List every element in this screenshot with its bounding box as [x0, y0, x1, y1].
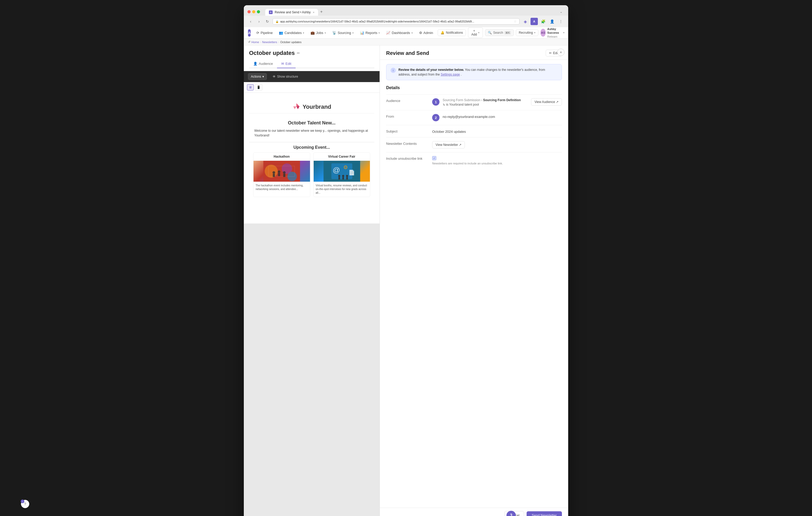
- svg-rect-13: [283, 174, 285, 177]
- nav-pipeline[interactable]: ⟳ Pipeline: [254, 29, 275, 36]
- user-profile-icon[interactable]: 👤: [548, 18, 556, 25]
- svg-point-12: [283, 171, 286, 174]
- back-button[interactable]: ‹: [248, 18, 254, 25]
- nav-reports[interactable]: 📊 Reports ▾: [357, 29, 383, 36]
- logo-svg: [292, 103, 300, 111]
- svg-point-21: [342, 175, 344, 177]
- from-value-area: 2 no-reply@yourbrand-example.com: [432, 114, 562, 121]
- career-fair-title: Virtual Career Fair: [314, 153, 370, 161]
- audience-path-sep: ›: [481, 98, 483, 102]
- minimize-traffic-light[interactable]: [252, 10, 255, 13]
- show-structure-button[interactable]: 👁 Show structure: [270, 73, 300, 80]
- menu-icon[interactable]: ⋮: [557, 18, 564, 25]
- maximize-traffic-light[interactable]: [257, 10, 260, 13]
- info-bold-text: Review the details of your newsletter be…: [399, 68, 464, 72]
- tab-edit-button[interactable]: ✉ Edit: [277, 60, 295, 68]
- info-text: Review the details of your newsletter be…: [399, 67, 557, 77]
- newsletter-title-row: October updates ✏: [249, 50, 374, 57]
- add-button[interactable]: + Add ▾: [468, 27, 483, 38]
- nav-candidates[interactable]: 👥 Candidates ▾: [276, 29, 307, 36]
- audience-label: Audience: [386, 98, 428, 103]
- browser-toolbar: ‹ › ↻ 🔒 app.ashbyhq.com/sourcing/newslet…: [244, 16, 568, 27]
- breadcrumb-sep-2: ›: [278, 40, 279, 44]
- help-button[interactable]: ? 1: [21, 500, 29, 508]
- nav-sourcing[interactable]: 📡 Sourcing ▾: [329, 29, 356, 36]
- unsubscribe-label: Include unsubscribe link: [386, 156, 428, 160]
- nav-jobs-label: Jobs: [316, 31, 323, 35]
- event-card-hackathon: Hackathon: [253, 152, 310, 197]
- user-avatar: AS: [541, 29, 546, 37]
- search-button[interactable]: 🔍 Search ⌘K: [485, 29, 514, 36]
- breadcrumb-newsletters[interactable]: Newsletters: [262, 40, 277, 44]
- address-bar[interactable]: 🔒 app.ashbyhq.com/sourcing/newsletters/1…: [272, 18, 520, 25]
- audience-sub: ↳ is Yourbrand talent pool: [443, 103, 528, 107]
- forward-button[interactable]: ›: [256, 18, 262, 25]
- right-header: Review and Send ✏ Edit: [380, 45, 568, 60]
- svg-point-4: [265, 165, 278, 178]
- event-card-career-fair: Virtual Career Fair @ ⚙: [313, 152, 370, 197]
- view-audience-button[interactable]: View Audience ↗: [531, 98, 562, 105]
- unsubscribe-checkbox[interactable]: ✓: [432, 156, 436, 160]
- bell-icon: 🔔: [440, 31, 444, 34]
- svg-point-23: [346, 175, 348, 177]
- send-newsletter-button[interactable]: Send Newsletter: [527, 511, 562, 516]
- edit-pencil-icon[interactable]: ✏: [297, 51, 300, 55]
- step-badge-2: 2: [432, 114, 439, 121]
- new-tab-button[interactable]: +: [318, 8, 325, 16]
- right-footer: 3 Cancel Send Newsletter: [380, 508, 568, 516]
- search-icon: 🔍: [488, 31, 492, 34]
- extensions-icon[interactable]: ◈: [522, 18, 529, 25]
- nav-candidates-label: Candidates: [284, 31, 301, 35]
- left-panel: October updates ✏ 👤 Audience ✉ Edit: [244, 45, 380, 516]
- breadcrumb: ↺ Home › Newsletters › October updates: [244, 39, 568, 45]
- info-period: .: [461, 73, 461, 76]
- app-logo[interactable]: A: [248, 29, 251, 37]
- structure-icon: 👁: [272, 75, 276, 79]
- nav-dashboards[interactable]: 📈 Dashboards ▾: [383, 29, 415, 36]
- nav-dashboards-label: Dashboards: [392, 31, 410, 35]
- audience-bold-text: Sourcing Form Definition: [483, 98, 521, 102]
- tab-close-button[interactable]: ×: [313, 11, 314, 14]
- search-shortcut: ⌘K: [504, 31, 511, 34]
- company-name: Yourbrand: [303, 103, 331, 110]
- svg-text:📄: 📄: [348, 170, 355, 176]
- nav-sourcing-label: Sourcing: [338, 31, 351, 35]
- sourcing-icon: 📡: [332, 31, 337, 35]
- refresh-button[interactable]: ↻: [264, 18, 270, 25]
- edit-icon: ✏: [549, 51, 552, 55]
- active-tab[interactable]: A Review and Send • Ashby ×: [265, 9, 318, 16]
- career-fair-image: @ ⚙ 📄: [314, 161, 370, 182]
- newsletter-contents-value-area: View Newsletter ↗: [432, 141, 562, 149]
- actions-dropdown[interactable]: Actions ▾: [248, 73, 267, 80]
- recruiting-button[interactable]: Recruiting ▾: [516, 29, 539, 36]
- from-email: no-reply@yourbrand-example.com: [443, 114, 495, 119]
- ashby-extension-icon[interactable]: A: [530, 18, 538, 25]
- notifications-button[interactable]: 🔔 Notifications: [438, 29, 466, 36]
- mobile-device-button[interactable]: 📱: [255, 84, 262, 90]
- breadcrumb-current: October updates: [280, 40, 301, 44]
- pipeline-icon: ⟳: [256, 31, 259, 35]
- puzzle-icon[interactable]: 🧩: [540, 18, 547, 25]
- user-profile[interactable]: AS Ashby Success Reteam ▾: [541, 27, 564, 38]
- tab-audience-button[interactable]: 👤 Audience: [249, 60, 277, 68]
- notifications-label: Notifications: [446, 31, 463, 34]
- settings-page-link[interactable]: Settings page: [440, 73, 460, 76]
- nav-jobs[interactable]: 💼 Jobs ▾: [308, 29, 328, 36]
- preview-company-logo: Yourbrand: [249, 103, 374, 111]
- dashboards-chevron: ▾: [411, 32, 413, 34]
- browser-titlebar: A Review and Send • Ashby × + ⌄: [244, 5, 568, 16]
- nav-admin[interactable]: ⚙ Admin: [416, 29, 436, 36]
- hackathon-description: The hackathon event includes mentoring, …: [254, 182, 310, 193]
- desktop-device-button[interactable]: 🖥: [247, 84, 254, 90]
- view-newsletter-button[interactable]: View Newsletter ↗: [432, 141, 465, 149]
- nav-admin-label: Admin: [424, 31, 433, 35]
- breadcrumb-home[interactable]: Home: [252, 40, 259, 44]
- svg-point-19: [338, 175, 340, 177]
- dashboards-icon: 📈: [386, 31, 390, 35]
- star-icon: ☆: [514, 20, 517, 23]
- close-panel-button[interactable]: ×: [557, 49, 564, 56]
- close-traffic-light[interactable]: [248, 10, 251, 13]
- svg-rect-24: [346, 177, 348, 180]
- window-controls: ⌄: [560, 10, 564, 13]
- preview-section-title: Upcoming Event...: [249, 142, 374, 152]
